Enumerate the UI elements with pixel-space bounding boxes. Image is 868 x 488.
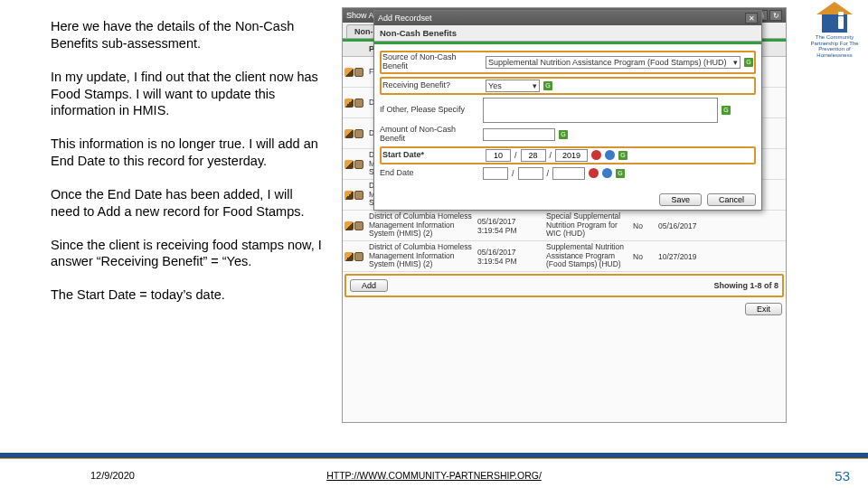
g-badge-icon: G <box>543 81 552 90</box>
other-textbox[interactable] <box>483 98 718 123</box>
g-badge-icon: G <box>618 151 627 160</box>
g-badge-icon: G <box>559 130 568 139</box>
calendar-icon[interactable] <box>591 150 601 160</box>
footer-accent-bar <box>0 453 868 459</box>
clear-icon[interactable] <box>605 150 615 160</box>
edit-icon[interactable] <box>344 129 354 138</box>
start-date-label: Start Date* <box>382 151 482 160</box>
start-mm[interactable] <box>486 149 511 162</box>
delete-icon[interactable] <box>354 99 363 108</box>
popup-close-icon[interactable]: ✕ <box>745 13 758 23</box>
narration-p5: Since the client is receiving food stamp… <box>51 237 322 271</box>
end-dd[interactable] <box>518 167 543 180</box>
start-yyyy[interactable] <box>555 149 588 162</box>
calendar-icon[interactable] <box>589 168 599 178</box>
clear-icon[interactable] <box>602 168 612 178</box>
footer-url: HTTP://WWW.COMMUNITY-PARTNERSHIP.ORG/ <box>326 470 542 481</box>
edit-icon[interactable] <box>344 160 354 169</box>
exit-button[interactable]: Exit <box>745 303 782 315</box>
cancel-button[interactable]: Cancel <box>707 193 756 206</box>
source-label: Source of Non-Cash Benefit <box>382 53 482 71</box>
end-date-label: End Date <box>380 169 479 178</box>
save-button[interactable]: Save <box>659 193 702 206</box>
delete-icon[interactable] <box>354 191 363 200</box>
footer-date: 12/9/2020 <box>90 470 135 481</box>
delete-icon[interactable] <box>354 129 363 138</box>
g-badge-icon: G <box>744 58 753 67</box>
other-label: If Other, Please Specify <box>380 106 479 115</box>
end-yyyy[interactable] <box>552 167 585 180</box>
edit-icon[interactable] <box>344 221 354 230</box>
narration-p4: Once the End Date has been added, I will… <box>51 186 322 221</box>
edit-icon[interactable] <box>344 68 354 77</box>
delete-icon[interactable] <box>354 221 363 230</box>
edit-icon[interactable] <box>344 191 354 200</box>
table-row: District of Columbia Homeless Management… <box>343 241 786 272</box>
slide-footer: 12/9/2020 HTTP://WWW.COMMUNITY-PARTNERSH… <box>0 470 868 481</box>
narration-column: Here we have the details of the Non-Cash… <box>51 18 322 320</box>
edit-icon[interactable] <box>344 99 354 108</box>
amount-label: Amount of Non-Cash Benefit <box>380 126 479 144</box>
narration-p2: In my update, I find out that the client… <box>51 69 322 120</box>
delete-icon[interactable] <box>354 160 363 169</box>
delete-icon[interactable] <box>354 68 363 77</box>
end-mm[interactable] <box>483 167 508 180</box>
g-badge-icon: G <box>722 106 731 115</box>
receiving-label: Receiving Benefit? <box>382 81 482 90</box>
start-dd[interactable] <box>521 149 546 162</box>
source-select[interactable]: Supplemental Nutrition Assistance Progra… <box>486 56 741 69</box>
narration-p1: Here we have the details of the Non-Cash… <box>51 18 322 52</box>
org-logo: The Community Partnership For The Preven… <box>808 2 861 58</box>
amount-input[interactable] <box>483 128 555 141</box>
popup-tab: Non-Cash Benefits <box>374 25 761 42</box>
add-row-outline: Add Showing 1-8 of 8 <box>344 274 784 297</box>
hmis-window: Show All ✕ ⎙ ↻ Non- Pro ate Fu... Distri… <box>342 7 787 423</box>
showing-text: Showing 1-8 of 8 <box>713 281 778 290</box>
g-badge-icon: G <box>616 169 625 178</box>
edit-icon[interactable] <box>344 252 354 261</box>
refresh-icon[interactable]: ↻ <box>769 10 782 21</box>
house-icon <box>816 2 853 33</box>
page-number: 53 <box>835 468 850 483</box>
logo-text: The Community Partnership For The Preven… <box>808 34 861 58</box>
table-row: District of Columbia Homeless Management… <box>343 211 786 241</box>
narration-p6: The Start Date = today’s date. <box>51 286 322 304</box>
delete-icon[interactable] <box>354 252 363 261</box>
add-recordset-popup: Add Recordset ✕ Non-Cash Benefits Source… <box>373 10 762 211</box>
popup-title: Add Recordset <box>378 14 432 23</box>
receiving-select[interactable]: Yes▾ <box>486 80 540 92</box>
add-button[interactable]: Add <box>350 279 388 292</box>
narration-p3: This information is no longer true. I wi… <box>51 136 322 170</box>
